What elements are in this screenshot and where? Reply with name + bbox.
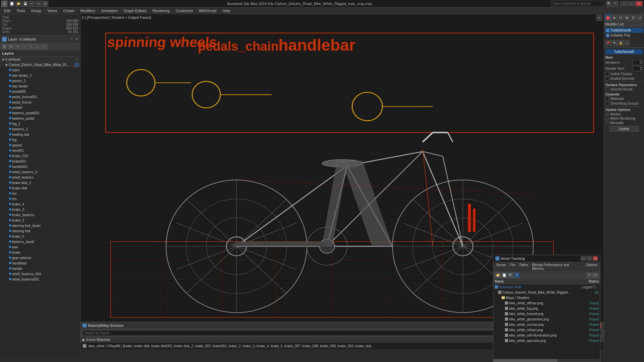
iterations-input[interactable] [633, 60, 643, 65]
at-minimize-btn[interactable]: — [581, 256, 586, 261]
layer-hide-btn[interactable]: - [21, 44, 28, 49]
settings-btn[interactable]: ⚙ [42, 1, 48, 7]
menu-item-maxscript[interactable]: MAXScript [197, 7, 219, 14]
asset-tracking-row[interactable]: 🖼bike_white_fresnel.pngFound [493, 311, 600, 316]
layer-close-icon[interactable]: ✕ [75, 37, 78, 42]
layer-item[interactable]: 🔷fasterns_handl [0, 239, 80, 244]
at-menu-item-paths[interactable]: Paths [519, 263, 529, 271]
at-menu-item-server[interactable]: Server [495, 263, 506, 271]
rp-display-icon[interactable]: D [630, 15, 636, 21]
when-rendering-radio-row[interactable]: When Rendering [605, 117, 643, 120]
menu-item-rendering[interactable]: Rendering [150, 7, 172, 14]
layer-item[interactable]: 🔷handle [0, 266, 80, 271]
layer-expand-icon[interactable]: ▶ [5, 63, 9, 67]
maximize-button[interactable]: □ [628, 1, 635, 6]
layer-new-btn[interactable]: ☰ [1, 44, 7, 49]
menu-item-create[interactable]: Create [60, 7, 77, 14]
layer-expand-icon[interactable]: ▶ [1, 57, 5, 61]
at-help-btn[interactable]: ? [586, 273, 592, 278]
layer-item[interactable]: 🔷pedal4 [0, 105, 80, 110]
layer-move-down-btn[interactable]: ↓ [35, 44, 41, 49]
at-menu-item-options[interactable]: Options [585, 263, 598, 271]
isoline-checkbox[interactable] [605, 72, 609, 76]
render-iters-input[interactable] [633, 66, 643, 71]
menu-item-edit[interactable]: Edit [1, 7, 13, 14]
layer-item[interactable]: 🔷whell_fasterns_004 [0, 271, 80, 277]
at-menu-item-bitmap-performance-and-memory[interactable]: Bitmap Performance and Memory [531, 263, 582, 271]
smooth-result-checkbox[interactable]: ✓ [605, 87, 609, 91]
mv-pin-icon[interactable]: 📌 [605, 40, 611, 46]
layer-item[interactable]: 🔷gear selector [0, 255, 80, 260]
always-radio[interactable] [605, 113, 609, 116]
close-button[interactable]: ✕ [635, 1, 643, 6]
layer-item[interactable]: 🔷fasterns_pedal [0, 116, 80, 121]
layer-item[interactable]: ▶0 (default)✓ [0, 57, 80, 62]
open-btn[interactable]: 📂 [15, 1, 21, 7]
layer-item[interactable]: 🔷tire [0, 191, 80, 196]
layer-item[interactable]: 🔷leg_2 [0, 121, 80, 126]
layer-item[interactable]: 🔷gasket [0, 142, 80, 148]
menu-item-customize[interactable]: Customize [173, 7, 196, 14]
at-refresh-btn[interactable]: ↻ [593, 273, 599, 278]
layer-item[interactable]: 🔷rim [0, 196, 80, 201]
rp-motion-icon[interactable]: M [624, 15, 630, 21]
layer-item[interactable]: 🔷steering fork_faster [0, 223, 80, 228]
asset-tracking-row[interactable]: Autodesk VaultLogged C... [493, 284, 600, 290]
layer-item[interactable]: 🔷brake_4 [0, 201, 80, 207]
menu-item-views[interactable]: Views [45, 7, 60, 14]
layer-item[interactable]: 🔷leg [0, 137, 80, 142]
at-tool-3[interactable]: 🔍 [507, 273, 514, 278]
at-menu-item-file[interactable]: File [509, 263, 516, 271]
layer-item[interactable]: ▶Carbon_Electric_Road_Bike_White_Rigged [0, 62, 80, 67]
layer-item[interactable]: 🔷fasterns_pedal001 [0, 110, 80, 116]
layer-item[interactable]: 🔷leading star [0, 132, 80, 137]
layer-item[interactable]: 🔷brake_fasterns [0, 212, 80, 218]
layer-delete-btn[interactable]: + [15, 44, 21, 49]
layer-item[interactable]: 🔷handle001 [0, 164, 80, 169]
layer-item[interactable]: 🔷brake disk [0, 185, 80, 191]
layer-item[interactable]: 🔷brake disk_2 [0, 180, 80, 185]
layer-item[interactable]: 🔷pedal005 [0, 89, 80, 94]
at-tool-2[interactable]: 📄 [501, 273, 507, 278]
layer-item[interactable]: 🔷star binder_2 [0, 73, 80, 78]
layer-options-btn[interactable]: ⋯ [42, 44, 48, 49]
layer-item-check[interactable] [71, 63, 75, 67]
materials-checkbox[interactable] [605, 97, 609, 101]
explicit-checkbox[interactable] [605, 77, 609, 80]
search-icon[interactable]: 🔍 [606, 1, 612, 7]
asset-tracking-row[interactable]: 🖼bike_white_diffuse.pngFound [493, 300, 600, 306]
at-tool-1[interactable]: 📁 [495, 273, 501, 278]
asset-tracking-row[interactable]: 🖼bike_white_glossiness.pngFound [493, 316, 600, 322]
rp-modifier-icon[interactable]: ⚙ [611, 15, 617, 21]
rp-utilities-icon[interactable]: U [637, 15, 643, 21]
search-input[interactable] [551, 1, 604, 6]
asset-tracking-row[interactable]: 🖼bike_white_specular.pngFound [493, 338, 600, 343]
smooth-result-row[interactable]: ✓ Smooth Result [605, 87, 643, 91]
materials-row[interactable]: Materials [605, 97, 643, 101]
menu-item-animation[interactable]: Animation [99, 7, 120, 14]
layer-move-up-btn[interactable]: ↑ [28, 44, 34, 49]
layer-item[interactable]: 🔷pedal_thorns001 [0, 94, 80, 100]
layer-item[interactable]: 🔷fasterns_3 [0, 126, 80, 132]
menu-item-tools[interactable]: Tools [14, 7, 28, 14]
mv-eye-icon[interactable]: 👁 [611, 40, 617, 46]
when-rendering-radio[interactable] [605, 117, 609, 120]
layer-item-check[interactable]: ✓ [75, 57, 79, 61]
mv-lock-icon[interactable]: 🔒 [618, 40, 624, 46]
minimize-button[interactable]: — [620, 1, 627, 6]
undo-btn[interactable]: ↩ [29, 1, 35, 7]
asset-tracking-row[interactable]: 🖼bike_white_normal.pngFound [493, 322, 600, 327]
layer-item[interactable]: 🔷stars [0, 67, 80, 73]
save-btn[interactable]: 💾 [22, 1, 28, 7]
update-button[interactable]: Update [609, 126, 639, 132]
layer-item[interactable]: 🔷gasket_2 [0, 78, 80, 83]
isoline-row[interactable]: Isoline Display [605, 72, 643, 76]
layer-item[interactable]: 🔷brake001 [0, 159, 80, 164]
always-radio-row[interactable]: Always [605, 112, 643, 116]
at-close-btn[interactable]: ✕ [593, 256, 598, 261]
at-maximize-btn[interactable]: □ [587, 256, 592, 261]
menu-item-group[interactable]: Group [29, 7, 44, 14]
menu-item-graph-editors[interactable]: Graph Editors [121, 7, 149, 14]
layer-item[interactable]: 🔷whell_fasterns001 [0, 277, 80, 282]
mv-box-icon[interactable]: □ [624, 40, 630, 46]
